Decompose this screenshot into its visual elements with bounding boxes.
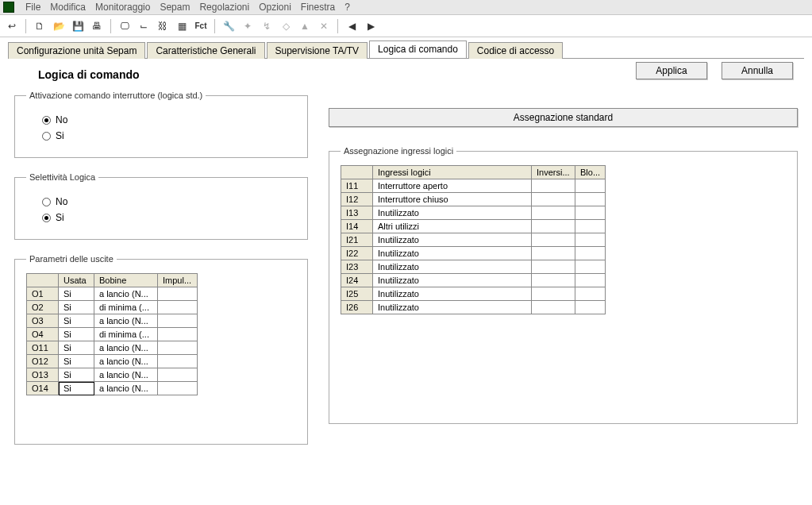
cell-impul[interactable] (158, 301, 198, 314)
cell-usata[interactable]: Si (59, 368, 94, 382)
table-row[interactable]: O12Sia lancio (N... (27, 355, 198, 368)
cell-ingresso[interactable]: Inutilizzato (373, 301, 532, 314)
cell-usata[interactable]: Si (59, 355, 94, 368)
table-row[interactable]: O4Sidi minima (... (27, 328, 198, 341)
cell-impul[interactable] (158, 287, 198, 301)
cell-usata[interactable]: Si (59, 341, 94, 355)
cell-inversi[interactable] (532, 247, 575, 260)
table-row[interactable]: I23Inutilizzato (341, 260, 606, 274)
cell-usata[interactable]: Si (59, 314, 94, 328)
radio-selectivity-no[interactable]: No (42, 196, 296, 207)
save-icon[interactable]: 💾 (71, 19, 85, 33)
col-impul[interactable]: Impul... (158, 274, 198, 287)
cell-ingresso[interactable]: Inutilizzato (373, 247, 532, 260)
cell-ingresso[interactable]: Inutilizzato (373, 260, 532, 274)
radio-activation-no[interactable]: No (42, 114, 296, 125)
cell-inversi[interactable] (532, 287, 575, 301)
cell-blo[interactable] (575, 260, 606, 274)
link-icon[interactable]: ⛓ (156, 19, 170, 33)
cell-bobine[interactable]: a lancio (N... (94, 382, 158, 395)
tab-supervisione[interactable]: Supervisione TA/TV (267, 42, 368, 59)
cell-ingresso[interactable]: Inutilizzato (373, 287, 532, 301)
table-row[interactable]: I12Interruttore chiuso (341, 193, 606, 206)
cell-ingresso[interactable]: Inutilizzato (373, 206, 532, 220)
col-ingressi[interactable]: Ingressi logici (373, 166, 532, 179)
cell-blo[interactable] (575, 206, 606, 220)
cell-ingresso[interactable]: Inutilizzato (373, 233, 532, 247)
cell-blo[interactable] (575, 179, 606, 193)
cell-bobine[interactable]: a lancio (N... (94, 341, 158, 355)
cell-bobine[interactable]: a lancio (N... (94, 287, 158, 301)
cell-inversi[interactable] (532, 233, 575, 247)
cancel-button[interactable]: Annulla (722, 62, 793, 79)
table-row[interactable]: O2Sidi minima (... (27, 301, 198, 314)
outputs-table[interactable]: Usata Bobine Impul... O1Sia lancio (N...… (26, 273, 198, 395)
cell-inversi[interactable] (532, 193, 575, 206)
menu-opzioni[interactable]: Opzioni (259, 2, 291, 13)
cell-usata[interactable]: Si (59, 287, 94, 301)
table-row[interactable]: I25Inutilizzato (341, 287, 606, 301)
table-row[interactable]: O3Sia lancio (N... (27, 314, 198, 328)
inputs-table[interactable]: Ingressi logici Inversi... Blo... I11Int… (341, 165, 606, 314)
cell-blo[interactable] (575, 193, 606, 206)
table-row[interactable]: I22Inutilizzato (341, 247, 606, 260)
arrow-right-icon[interactable]: ▶ (364, 19, 378, 33)
cell-ingresso[interactable]: Interruttore aperto (373, 179, 532, 193)
open-icon[interactable]: 📂 (52, 19, 66, 33)
arrow-left-icon[interactable]: ◀ (344, 19, 359, 33)
col-blo[interactable]: Blo... (575, 166, 606, 179)
cell-impul[interactable] (158, 368, 198, 382)
cell-bobine[interactable]: di minima (... (94, 328, 158, 341)
table-row[interactable]: I13Inutilizzato (341, 206, 606, 220)
menu-sepam[interactable]: Sepam (160, 2, 190, 13)
cell-blo[interactable] (575, 220, 606, 233)
cell-bobine[interactable]: di minima (... (94, 301, 158, 314)
cell-impul[interactable] (158, 314, 198, 328)
menu-finestra[interactable]: Finestra (301, 2, 335, 13)
cell-impul[interactable] (158, 341, 198, 355)
undo-icon[interactable]: ↩ (5, 19, 19, 33)
assign-standard-button[interactable]: Assegnazione standard (329, 108, 798, 127)
cell-ingresso[interactable]: Interruttore chiuso (373, 193, 532, 206)
table-row[interactable]: I24Inutilizzato (341, 274, 606, 287)
col-inversi[interactable]: Inversi... (532, 166, 575, 179)
menu-modifica[interactable]: Modifica (50, 2, 86, 13)
new-icon[interactable]: 🗋 (33, 19, 47, 33)
table-row[interactable]: I14Altri utilizzi (341, 220, 606, 233)
chart-icon[interactable]: ⌙ (137, 19, 151, 33)
menu-monitoraggio[interactable]: Monitoraggio (95, 2, 150, 13)
menu-file[interactable]: File (25, 2, 40, 13)
cell-impul[interactable] (158, 328, 198, 341)
tab-codice-accesso[interactable]: Codice di accesso (468, 42, 563, 59)
cell-ingresso[interactable]: Inutilizzato (373, 274, 532, 287)
table-row[interactable]: O1Sia lancio (N... (27, 287, 198, 301)
tab-caratteristiche[interactable]: Caratteristiche Generali (147, 42, 264, 59)
cell-inversi[interactable] (532, 206, 575, 220)
radio-activation-si[interactable]: Si (42, 130, 296, 141)
apply-button[interactable]: Applica (636, 62, 707, 79)
cell-impul[interactable] (158, 355, 198, 368)
cell-inversi[interactable] (532, 301, 575, 314)
cell-ingresso[interactable]: Altri utilizzi (373, 220, 532, 233)
cell-usata[interactable]: Si (59, 382, 94, 395)
cell-blo[interactable] (575, 247, 606, 260)
table-row[interactable]: I21Inutilizzato (341, 233, 606, 247)
cell-inversi[interactable] (532, 260, 575, 274)
grid-icon[interactable]: ▦ (175, 19, 189, 33)
cell-inversi[interactable] (532, 220, 575, 233)
cell-bobine[interactable]: a lancio (N... (94, 355, 158, 368)
menu-help[interactable]: ? (344, 2, 350, 13)
cell-blo[interactable] (575, 233, 606, 247)
radio-selectivity-si[interactable]: Si (42, 212, 296, 223)
table-row[interactable]: I11Interruttore aperto (341, 179, 606, 193)
table-row[interactable]: O14Sia lancio (N... (27, 382, 198, 395)
print-icon[interactable]: 🖶 (90, 19, 104, 33)
cell-bobine[interactable]: a lancio (N... (94, 368, 158, 382)
menu-regolazioni[interactable]: Regolazioni (199, 2, 249, 13)
cell-blo[interactable] (575, 274, 606, 287)
cell-inversi[interactable] (532, 274, 575, 287)
cell-usata[interactable]: Si (59, 328, 94, 341)
cell-blo[interactable] (575, 301, 606, 314)
table-row[interactable]: I26Inutilizzato (341, 301, 606, 314)
cell-inversi[interactable] (532, 179, 575, 193)
